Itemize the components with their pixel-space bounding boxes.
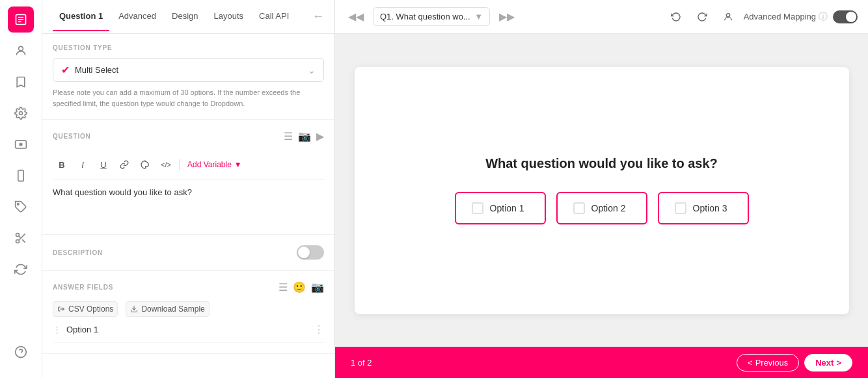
description-toggle[interactable] — [297, 245, 324, 260]
code-button[interactable]: </> — [157, 155, 175, 174]
advanced-mapping-label: Advanced Mapping ⓘ — [744, 11, 828, 23]
svg-point-12 — [16, 240, 20, 243]
italic-button[interactable]: I — [74, 155, 92, 174]
svg-point-20 — [726, 13, 729, 16]
csv-options-button[interactable]: CSV Options — [53, 301, 118, 317]
answer-actions: CSV Options Download Sample — [53, 301, 324, 317]
more-options-icon[interactable]: ⋮ — [314, 323, 324, 336]
question-text[interactable]: What question would you like to ask? — [53, 185, 324, 224]
chevron-down-icon: ⌄ — [308, 65, 316, 75]
dropdown-arrow-icon: ▼ — [234, 160, 242, 169]
tag-icon[interactable] — [8, 194, 34, 220]
redo-button[interactable] — [692, 7, 712, 27]
editor-toolbar: B I U </> Add Variable ▼ — [53, 150, 324, 180]
nav-controls: ◀◀ — [346, 8, 366, 25]
answer-list-icon[interactable]: ☰ — [278, 281, 288, 293]
svg-line-15 — [19, 236, 21, 238]
preview-canvas: What question would you like to ask? Opt… — [335, 34, 868, 347]
link-button[interactable] — [115, 155, 133, 174]
question-editor-section: QUESTION ☰ 📷 ▶ B I U </> Add Variable ▼ — [42, 120, 334, 235]
svg-point-11 — [16, 234, 20, 237]
bookmark-icon[interactable] — [8, 69, 34, 95]
question-type-label: QUESTION TYPE — [53, 44, 324, 51]
option-checkbox-2 — [573, 202, 585, 214]
option-checkbox-3 — [675, 202, 686, 214]
panel-tabs: Question 1 Advanced Design Layouts Call … — [42, 0, 334, 34]
previous-chevron-icon: < — [748, 358, 753, 368]
question-type-value: Multi Select — [75, 65, 303, 75]
question-type-select[interactable]: ✔ Multi Select ⌄ — [53, 58, 324, 82]
info-icon[interactable]: ⓘ — [819, 11, 828, 23]
underline-button[interactable]: U — [94, 155, 113, 174]
panel: Question 1 Advanced Design Layouts Call … — [42, 0, 335, 378]
next-button[interactable]: Next > — [804, 354, 852, 371]
question-type-hint: Please note you can add a maximum of 30 … — [53, 87, 324, 109]
answer-image-icon[interactable]: 📷 — [311, 281, 324, 293]
tab-design[interactable]: Design — [165, 2, 204, 31]
download-sample-button[interactable]: Download Sample — [126, 301, 209, 317]
tab-layouts[interactable]: Layouts — [207, 2, 250, 31]
person-icon[interactable] — [718, 7, 739, 27]
option-label-3: Option 3 — [693, 203, 727, 213]
preview-topbar: ◀◀ Q1. What question wo... ▼ ▶▶ Advanced… — [335, 0, 868, 34]
svg-line-14 — [22, 239, 25, 243]
next-chevron-icon: > — [836, 358, 841, 368]
preview-area: ◀◀ Q1. What question wo... ▼ ▶▶ Advanced… — [335, 0, 868, 378]
undo-button[interactable] — [666, 7, 686, 27]
option-card-3[interactable]: Option 3 — [658, 192, 749, 224]
list-icon[interactable]: ☰ — [284, 130, 293, 142]
option-card-1[interactable]: Option 1 — [455, 192, 546, 224]
first-page-icon[interactable]: ◀◀ — [346, 8, 366, 25]
video-icon[interactable]: ▶ — [316, 130, 324, 142]
image-icon[interactable]: 📷 — [298, 130, 311, 142]
page-info: 1 of 2 — [351, 358, 372, 368]
form-icon[interactable] — [8, 7, 34, 33]
back-arrow-icon[interactable]: ← — [312, 10, 324, 23]
multiselect-check-icon: ✔ — [61, 64, 70, 76]
tab-question1[interactable]: Question 1 — [53, 2, 109, 31]
scissors-icon[interactable] — [8, 225, 34, 251]
svg-point-5 — [20, 112, 23, 115]
user-icon[interactable] — [8, 38, 34, 64]
refresh-icon[interactable] — [8, 256, 34, 282]
option-label-2: Option 2 — [591, 203, 626, 213]
settings-icon[interactable] — [8, 100, 34, 126]
option-card-2[interactable]: Option 2 — [556, 192, 647, 224]
svg-point-4 — [19, 46, 23, 51]
dropdown-chevron-icon: ▼ — [474, 12, 483, 21]
description-section: DESCRIPTION — [42, 235, 334, 271]
tab-callapi[interactable]: Call API — [252, 2, 295, 31]
color-button[interactable] — [136, 155, 154, 174]
survey-card: What question would you like to ask? Opt… — [355, 67, 849, 314]
question-dropdown[interactable]: Q1. What question wo... ▼ — [373, 7, 490, 26]
previous-button[interactable]: < Previous — [737, 354, 799, 371]
tab-advanced[interactable]: Advanced — [112, 2, 163, 31]
svg-rect-8 — [18, 170, 23, 182]
description-label: DESCRIPTION — [53, 249, 297, 256]
option-label-1: Option 1 — [490, 203, 524, 213]
drag-handle-icon[interactable]: ⋮ — [53, 325, 61, 334]
option-checkbox-1 — [472, 202, 483, 214]
dollar-icon[interactable] — [8, 131, 34, 157]
add-variable-button[interactable]: Add Variable ▼ — [183, 157, 246, 172]
options-row: Option 1 Option 2 Option 3 — [455, 192, 749, 224]
svg-point-10 — [18, 204, 20, 206]
answer-emoji-icon[interactable]: 🙂 — [293, 281, 306, 293]
nav-next-controls: ▶▶ — [496, 8, 517, 25]
option-1-label: Option 1 — [66, 325, 314, 334]
footer-nav: < Previous Next > — [737, 354, 852, 371]
answer-fields-label: ANSWER FIELDS — [53, 284, 278, 291]
last-page-icon[interactable]: ▶▶ — [496, 8, 517, 25]
list-item: ⋮ Option 1 ⋮ — [53, 317, 324, 343]
answer-fields-section: ANSWER FIELDS ☰ 🙂 📷 CSV Options Download… — [42, 271, 334, 354]
phone-icon[interactable] — [8, 163, 34, 189]
question-dropdown-label: Q1. What question wo... — [380, 12, 470, 21]
advanced-mapping-toggle[interactable] — [833, 10, 858, 23]
question-type-section: QUESTION TYPE ✔ Multi Select ⌄ Please no… — [42, 34, 334, 120]
preview-footer: 1 of 2 < Previous Next > — [335, 347, 868, 378]
help-icon[interactable] — [8, 339, 34, 365]
question-section-label: QUESTION — [53, 133, 284, 140]
survey-question: What question would you like to ask? — [485, 156, 718, 171]
bold-button[interactable]: B — [53, 155, 71, 174]
icon-bar — [0, 0, 42, 378]
